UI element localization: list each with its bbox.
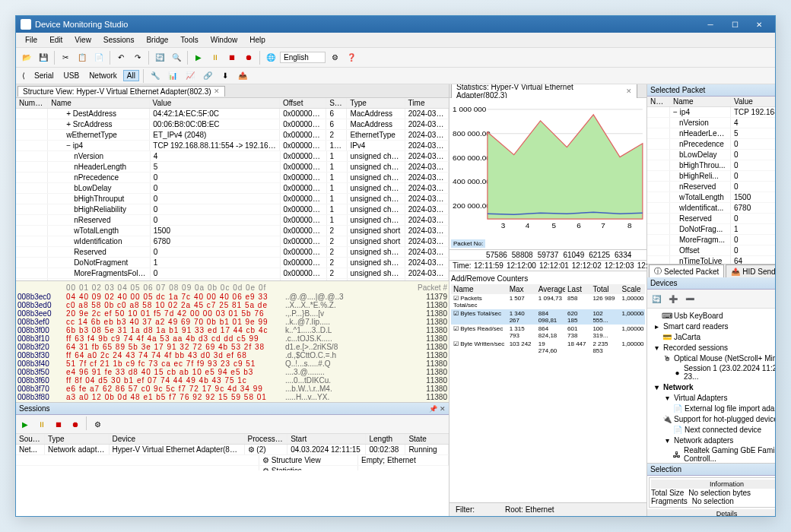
menu-sessions[interactable]: Sessions [97, 34, 141, 46]
structure-row[interactable]: + DestAddress04:42:1A:EC:5F:0C0x00000000… [16, 109, 449, 119]
packet-field-row[interactable]: bHighThrou...0 [647, 160, 775, 171]
structure-row[interactable]: wIdentification67800x000000122unsigned s… [16, 236, 449, 247]
device-node[interactable]: ▾Virtual Adapters [649, 392, 775, 403]
structure-row[interactable]: + SrcAddress00:06:B8:0C:0B:EC0x000000066… [16, 119, 449, 130]
device-node[interactable]: 💳JaCarta [649, 331, 775, 342]
find-icon[interactable]: 🔍 [169, 50, 184, 65]
filter-usb[interactable]: USB [60, 70, 84, 81]
save-icon[interactable]: 💾 [36, 50, 51, 65]
packet-field-row[interactable]: Offset0 [647, 245, 775, 256]
device-node[interactable]: ▾Network adapters [649, 435, 775, 445]
refresh-icon[interactable]: 🔄 [152, 50, 167, 65]
sess-opt-icon[interactable]: ⚙ [90, 416, 105, 432]
packet-field-row[interactable]: Reserved0 [647, 214, 775, 224]
menu-file[interactable]: File [19, 34, 43, 46]
device-node[interactable]: 🖧Realtek Gaming GbE Family Controll... [649, 445, 775, 463]
menu-window[interactable]: Window [205, 34, 244, 46]
tool6-icon[interactable]: 📤 [235, 68, 250, 84]
device-node[interactable]: 📄External log file import adapter [649, 403, 775, 413]
stats-chart[interactable]: 1 000 000 800 000.00 600 000.00 400 000.… [450, 98, 646, 250]
session-row[interactable]: Net... Network adapters Hyper-V Virtual … [16, 445, 449, 455]
structure-row[interactable]: wEthernetTypeET_IPv4 (2048)0x0000000c2Et… [16, 130, 449, 141]
menu-view[interactable]: View [68, 34, 97, 46]
globe-icon[interactable]: 🌐 [263, 50, 278, 65]
structure-row[interactable]: wTotalLength15000x000000102unsigned shor… [16, 226, 449, 236]
help-icon[interactable]: ❓ [344, 50, 359, 65]
record-icon[interactable]: ⏺ [241, 50, 256, 65]
selected-packet-table[interactable]: Na...NameValue − ip4TCP 192.168.88...nVe… [647, 97, 775, 264]
device-node[interactable]: ●Session 1 (23.02.2024 11:23:30... 23... [649, 363, 775, 382]
menu-bridge[interactable]: Bridge [140, 34, 174, 46]
tool3-icon[interactable]: 📈 [183, 68, 198, 84]
dev-tool-icon[interactable]: 🔧 [773, 291, 775, 306]
redo-icon[interactable]: ↷ [130, 50, 145, 65]
tab-selected-packet[interactable]: ⓘ Selected Packet [649, 264, 724, 277]
device-node[interactable]: 📄Next connected device [649, 424, 775, 435]
pin-icon[interactable]: 📌 ✕ [429, 405, 446, 413]
packet-field-row[interactable]: − ip4TCP 192.168.88... [647, 107, 775, 118]
packet-field-row[interactable]: DoNotFrag...1 [647, 224, 775, 235]
dev-add-icon[interactable]: ➕ [666, 291, 681, 306]
packet-field-row[interactable]: bLowDelay0 [647, 150, 775, 160]
session-sub-row[interactable]: ⚙ Structure ViewEmpty; Ethernet [16, 455, 449, 466]
close-tab-icon[interactable]: ✕ [214, 87, 220, 95]
play-icon[interactable]: ▶ [191, 50, 206, 65]
structure-table[interactable]: NumberNameValueOffsetSizeTypeTime + Dest… [16, 98, 449, 280]
sess-pause-icon[interactable]: ⏸ [34, 416, 49, 432]
counter-row[interactable]: ☑ Byte Written/sec103 24219 274,6018 447… [451, 340, 645, 355]
packet-field-row[interactable]: nHeaderLen...5 [647, 128, 775, 139]
stop-icon[interactable]: ⏹ [224, 50, 240, 65]
filter-all[interactable]: All [123, 70, 139, 81]
tool4-icon[interactable]: 🔗 [200, 68, 215, 84]
session-sub-row[interactable]: ⚙ Statistics [16, 466, 449, 470]
device-node[interactable]: 🔌Support for hot-plugged devices [649, 413, 775, 424]
device-node[interactable]: ▸Smart card readers [649, 321, 775, 331]
device-node[interactable]: ▾Network [649, 382, 775, 392]
undo-icon[interactable]: ↶ [113, 50, 129, 65]
menu-tools[interactable]: Tools [174, 34, 204, 46]
device-node[interactable]: ⌨Usb KeyBoard [649, 310, 775, 321]
packet-field-row[interactable]: wTotalLength1500 [647, 192, 775, 203]
paste-icon[interactable]: 📄 [91, 50, 106, 65]
tool5-icon[interactable]: ⬇ [218, 68, 233, 84]
counter-row[interactable]: ☑ Bytes Total/sec1 340 267884 098,81620 … [451, 309, 645, 325]
structure-tab[interactable]: Structure View: Hyper-V Virtual Ethernet… [17, 86, 225, 97]
structure-row[interactable]: Reserved00x000000142unsigned shor...2024… [16, 247, 449, 258]
structure-row[interactable]: − ip4TCP 192.168.88.11:554 -> 192.168.88… [16, 141, 449, 151]
device-node[interactable]: 🖱Optical Mouse (NetScroll+ Mini Tra... [649, 353, 775, 363]
sess-stop-icon[interactable]: ⏹ [51, 416, 66, 432]
structure-row[interactable]: DoNotFragment10x000000142unsigned shor..… [16, 258, 449, 268]
language-select[interactable]: English [280, 52, 326, 63]
packet-field-row[interactable]: nTimeToLive64 [647, 256, 775, 264]
close-button[interactable]: ✕ [748, 17, 770, 31]
dev-refresh-icon[interactable]: 🔄 [649, 291, 664, 306]
dev-del-icon[interactable]: ➖ [682, 291, 697, 306]
devices-tree[interactable]: ⌨Usb KeyBoard▸Smart card readers💳JaCarta… [647, 309, 775, 463]
structure-row[interactable]: nPrecedence00x0000000f1unsigned char:320… [16, 173, 449, 183]
menu-help[interactable]: Help [243, 34, 272, 46]
menu-edit[interactable]: Edit [43, 34, 68, 46]
tool-icon[interactable]: 🔧 [148, 68, 163, 84]
packet-field-row[interactable]: nReserved0 [647, 182, 775, 192]
minimize-button[interactable]: ─ [699, 17, 722, 31]
structure-row[interactable]: nHeaderLength50x0000000e1unsigned char:4… [16, 162, 449, 173]
structure-row[interactable]: MoreFragmentsFollow00x000000142unsigned … [16, 268, 449, 279]
packet-field-row[interactable]: nVersion4 [647, 118, 775, 128]
pause-icon[interactable]: ⏸ [208, 50, 223, 65]
maximize-button[interactable]: ☐ [723, 17, 746, 31]
filter-network[interactable]: Network [85, 70, 121, 81]
hex-viewer[interactable]: 00 01 02 03 04 05 06 07 08 09 0a 0b 0c 0… [16, 280, 449, 402]
device-node[interactable]: ▾Recorded sessions [649, 342, 775, 353]
packet-field-row[interactable]: wIdentificat...6780 [647, 203, 775, 214]
close-tab-icon[interactable]: ✕ [626, 87, 632, 95]
packet-field-row[interactable]: MoreFragm...0 [647, 235, 775, 245]
counter-row[interactable]: ☑ Packets Total/sec1 5071 094,73858126 9… [451, 294, 645, 309]
tab-hid-send[interactable]: 📤 HID Send [726, 264, 775, 277]
tool2-icon[interactable]: 📊 [165, 68, 180, 84]
cut-icon[interactable]: ✂ [58, 50, 73, 65]
counter-row[interactable]: ☑ Bytes Read/sec1 315 793864 824,18601 7… [451, 325, 645, 340]
structure-row[interactable]: nReserved00x0000000f1unsigned char:22024… [16, 215, 449, 226]
settings-icon[interactable]: ⚙ [327, 50, 342, 65]
packet-field-row[interactable]: bHighReli...0 [647, 171, 775, 182]
filter-serial[interactable]: Serial [30, 70, 58, 81]
